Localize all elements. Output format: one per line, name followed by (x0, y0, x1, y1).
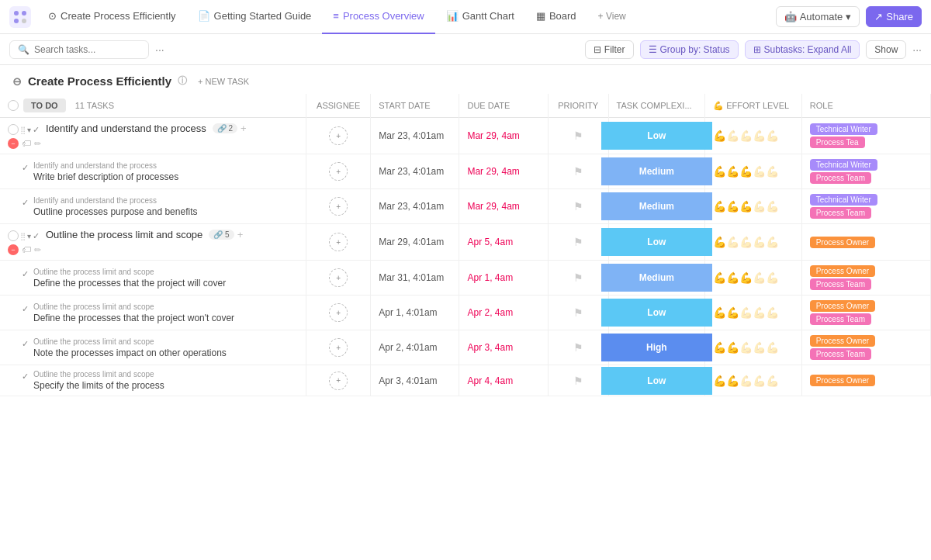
task-check-icon[interactable]: ✓ (33, 231, 40, 241)
role-badges: Process Owner (810, 237, 922, 248)
add-assignee-button[interactable]: + (329, 268, 348, 287)
toolbar-more-button[interactable]: ··· (155, 43, 164, 56)
role-badge: Process Team (810, 207, 871, 219)
effort-icons: 💪💪💪💪💪 (713, 236, 794, 248)
toolbar-end-more-button[interactable]: ··· (912, 43, 922, 56)
due-date: Apr 3, 4am (467, 342, 513, 353)
task-expand-icon[interactable]: ▾ (27, 126, 31, 134)
due-date: Mar 29, 4am (467, 130, 519, 141)
complexity-box: Low (601, 299, 713, 327)
task-name: Identify and understand the process (46, 123, 206, 134)
start-date: Mar 29, 4:01am (379, 237, 444, 247)
effort-cell: 💪💪💪💪💪 (705, 296, 802, 330)
task-check-icon[interactable]: ✓ (33, 125, 40, 135)
effort-cell: 💪💪💪💪💪 (705, 261, 802, 296)
section-collapse-icon[interactable]: ⊖ (12, 75, 22, 88)
tab-board[interactable]: ▦ Board (525, 0, 587, 34)
table-row: ✓ Outline the process limit and scope No… (0, 330, 931, 365)
filter-button[interactable]: ⊟ Filter (585, 40, 634, 59)
start-date: Apr 3, 4:01am (379, 375, 437, 386)
tab-gantt-chart[interactable]: 📊 Gantt Chart (435, 0, 525, 34)
effort-cell: 💪💪💪💪💪 (705, 189, 802, 224)
toolbar: 🔍 ··· ⊟ Filter ☰ Group by: Status ⊞ Subt… (0, 34, 931, 65)
table-row: ✓ Outline the process limit and scope De… (0, 261, 931, 296)
add-assignee-button[interactable]: + (329, 233, 348, 251)
group-by-button[interactable]: ☰ Group by: Status (640, 40, 739, 59)
due-date: Mar 29, 4am (467, 201, 519, 212)
subtasks-button[interactable]: ⊞ Subtasks: Expand All (745, 40, 860, 59)
priority-flag-icon: ⚑ (573, 341, 583, 354)
priority-cell[interactable]: ⚑ (548, 365, 608, 396)
tab-create-process[interactable]: ⊙ Create Process Efficiently (37, 0, 187, 34)
task-cell: ✓ Identify and understand the process Wr… (0, 154, 306, 189)
add-view-btn[interactable]: + View (587, 0, 637, 34)
add-assignee-button[interactable]: + (329, 126, 348, 145)
task-cell: ✓ Outline the process limit and scope De… (0, 261, 306, 296)
table-container: TO DO 11 TASKS ASSIGNEE START DATE DUE D… (0, 94, 931, 550)
add-assignee-button[interactable]: + (329, 338, 348, 357)
complexity-box: Low (601, 367, 713, 395)
priority-cell[interactable]: ⚑ (548, 224, 608, 261)
role-badge: Process Team (810, 278, 871, 290)
priority-cell[interactable]: ⚑ (548, 189, 608, 224)
app-icon[interactable] (9, 6, 31, 28)
col-effort: 💪 EFFORT LEVEL (705, 94, 802, 118)
add-subtask-icon[interactable]: + (241, 123, 247, 134)
complexity-cell: Low (608, 118, 705, 154)
filter-label: Filter (604, 44, 625, 55)
pencil-icon[interactable]: ✏ (34, 139, 41, 149)
due-date-cell: Apr 3, 4am (459, 330, 548, 365)
priority-cell[interactable]: ⚑ (548, 118, 608, 154)
search-icon: 🔍 (18, 44, 29, 55)
sub-check-icon: ✓ (22, 269, 29, 279)
subtask-tag[interactable]: 🔗 2 (213, 123, 237, 133)
col-due-date: DUE DATE (459, 94, 548, 118)
task-name: Define the processes that the project wi… (33, 278, 226, 289)
task-check[interactable] (8, 230, 19, 241)
subtask-tag[interactable]: 🔗 5 (209, 230, 234, 240)
sub-check-icon: ✓ (22, 198, 29, 208)
priority-cell[interactable]: ⚑ (548, 296, 608, 330)
new-task-button[interactable]: + NEW TASK (193, 75, 254, 88)
task-cell: ⣿ ▾ ✓ − 🏷 ✏ Identify and understand the … (0, 118, 306, 154)
nav-actions: 🤖 Automate ▾ ↗ Share (776, 6, 922, 27)
priority-cell[interactable]: ⚑ (548, 330, 608, 365)
effort-icons: 💪💪💪💪💪 (713, 341, 794, 354)
start-date: Mar 23, 4:01am (379, 130, 444, 141)
svg-point-2 (22, 11, 26, 16)
share-button[interactable]: ↗ Share (866, 6, 922, 27)
role-badge: Process Owner (810, 237, 875, 248)
role-cell: Process Owner (801, 365, 930, 396)
automate-button[interactable]: 🤖 Automate ▾ (776, 6, 860, 27)
add-assignee-button[interactable]: + (329, 372, 348, 390)
header-check[interactable] (8, 100, 19, 111)
tag-icon[interactable]: 🏷 (22, 244, 31, 255)
search-input[interactable] (34, 44, 140, 55)
add-view-label: + View (598, 11, 626, 22)
role-badge: Process Owner (810, 375, 875, 386)
add-subtask-icon[interactable]: + (237, 229, 244, 240)
col-role: ROLE (801, 94, 930, 118)
tab-process-overview[interactable]: ≡ Process Overview (322, 0, 434, 34)
add-assignee-button[interactable]: + (329, 162, 348, 181)
show-button[interactable]: Show (866, 40, 906, 59)
priority-cell[interactable]: ⚑ (548, 154, 608, 189)
search-box[interactable]: 🔍 (9, 40, 149, 59)
show-label: Show (874, 44, 898, 55)
svg-rect-0 (9, 6, 31, 28)
action-minus-icon[interactable]: − (8, 244, 19, 255)
add-assignee-button[interactable]: + (329, 197, 348, 216)
assignee-cell: + (306, 154, 371, 189)
tag-icon[interactable]: 🏷 (22, 138, 31, 149)
pencil-icon[interactable]: ✏ (34, 245, 41, 255)
role-badge: Process Team (810, 348, 871, 360)
due-date: Mar 29, 4am (467, 166, 519, 177)
add-assignee-button[interactable]: + (329, 303, 348, 322)
priority-cell[interactable]: ⚑ (548, 261, 608, 296)
action-minus-icon[interactable]: − (8, 138, 19, 149)
tab-getting-started[interactable]: 📄 Getting Started Guide (187, 0, 323, 34)
task-name: Note the processes impact on other opera… (33, 347, 227, 358)
task-expand-icon[interactable]: ▾ (27, 232, 31, 240)
task-check[interactable] (8, 124, 19, 135)
start-date-cell: Mar 31, 4:01am (371, 261, 459, 296)
